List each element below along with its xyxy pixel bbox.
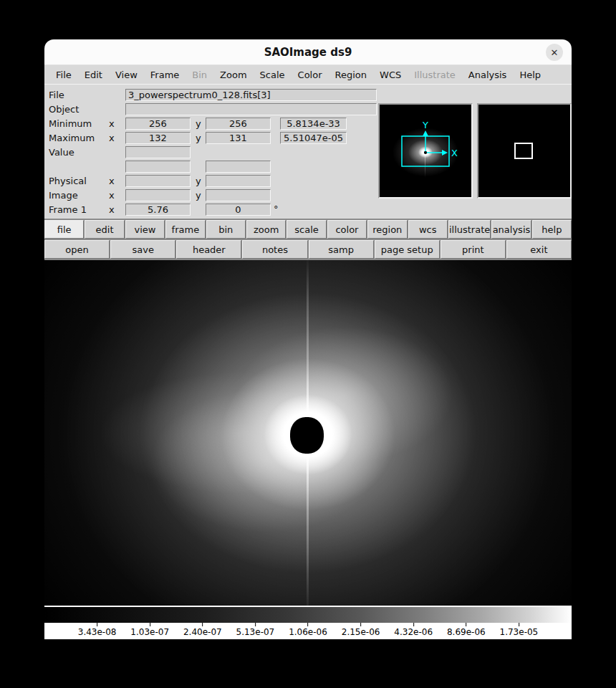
- tick-mark: [150, 623, 150, 626]
- frame-label: Frame 1: [49, 204, 87, 215]
- image-canvas[interactable]: [44, 260, 572, 606]
- tick-mark: [413, 623, 414, 626]
- power-spectrum-center-mask: [290, 417, 324, 454]
- file-button[interactable]: file: [44, 220, 84, 239]
- menu-view[interactable]: View: [109, 70, 144, 80]
- bin-button[interactable]: bin: [206, 220, 246, 239]
- physical-y-label: y: [196, 176, 201, 186]
- menu-edit[interactable]: Edit: [78, 70, 109, 80]
- title-bar: SAOImage ds9 ✕: [44, 39, 572, 65]
- page-setup-button[interactable]: page setup: [375, 240, 440, 259]
- analysis-button[interactable]: analysis: [491, 220, 531, 239]
- tick-label: 2.15e-06: [342, 627, 380, 637]
- button-bar: file edit view frame bin zoom scale colo…: [44, 219, 572, 260]
- physical-y-field[interactable]: [206, 175, 271, 187]
- minimum-label: Minimum: [49, 118, 92, 129]
- object-label: Object: [49, 104, 79, 115]
- minimum-value-field[interactable]: 5.8134e-33: [280, 118, 347, 130]
- tick-mark: [519, 623, 519, 626]
- frame-button[interactable]: frame: [165, 220, 205, 239]
- wcs-button[interactable]: wcs: [408, 220, 448, 239]
- info-panel: File 3_powerspectrum0_128.fits[3] Object…: [44, 85, 572, 219]
- tick-label: 3.43e-08: [78, 627, 117, 637]
- tick-mark: [97, 623, 97, 626]
- physical-x-label: x: [109, 176, 115, 186]
- wcs-x-field[interactable]: [125, 161, 191, 173]
- help-button[interactable]: help: [532, 220, 572, 239]
- wcs-y-field[interactable]: [206, 161, 271, 173]
- panner-compass: Y X: [380, 105, 471, 197]
- colorbar-tick: 8.69e-06: [447, 623, 486, 637]
- maximum-x-label: x: [109, 133, 115, 143]
- open-button[interactable]: open: [44, 240, 110, 259]
- scale-button[interactable]: scale: [287, 220, 326, 239]
- tick-label: 5.13e-07: [236, 627, 275, 637]
- tick-label: 8.69e-06: [447, 627, 486, 637]
- menu-zoom[interactable]: Zoom: [213, 70, 253, 80]
- image-y-field[interactable]: [206, 189, 271, 201]
- image-x-field[interactable]: [125, 189, 191, 201]
- tick-label: 1.03e-07: [130, 627, 169, 637]
- view-button[interactable]: view: [125, 220, 165, 239]
- magnifier-cursor-box: [514, 143, 533, 159]
- tick-mark: [202, 623, 203, 626]
- edit-button[interactable]: edit: [85, 220, 124, 239]
- menu-analysis[interactable]: Analysis: [462, 70, 514, 80]
- region-button[interactable]: region: [367, 220, 407, 239]
- maximum-value-field[interactable]: 5.51047e-05: [280, 132, 347, 144]
- window-title: SAOImage ds9: [264, 46, 352, 59]
- colorbar-tick: 3.43e-08: [78, 623, 117, 637]
- frame-rotation-field[interactable]: 0: [206, 204, 271, 216]
- close-icon[interactable]: ✕: [546, 44, 563, 61]
- menu-frame[interactable]: Frame: [144, 70, 186, 80]
- tick-mark: [466, 623, 466, 626]
- tick-mark: [360, 623, 361, 626]
- tick-mark: [255, 623, 256, 626]
- frame-zoom-field[interactable]: 5.76: [125, 204, 191, 216]
- minimum-x-field[interactable]: 256: [125, 118, 191, 130]
- colorbar-gradient[interactable]: [44, 607, 572, 623]
- colorbar-tick: 5.13e-07: [236, 623, 275, 637]
- file-value-field[interactable]: 3_powerspectrum0_128.fits[3]: [125, 89, 377, 101]
- minimum-x-label: x: [109, 118, 115, 129]
- notes-button[interactable]: notes: [242, 240, 307, 259]
- degree-symbol: °: [274, 204, 279, 214]
- menu-scale[interactable]: Scale: [254, 70, 292, 80]
- menu-file[interactable]: File: [49, 70, 78, 80]
- menu-wcs[interactable]: WCS: [373, 70, 408, 80]
- menu-region[interactable]: Region: [329, 70, 374, 80]
- panner[interactable]: Y X: [378, 103, 473, 199]
- object-value-field[interactable]: [125, 103, 377, 115]
- save-button[interactable]: save: [110, 240, 175, 259]
- color-button[interactable]: color: [327, 220, 367, 239]
- header-button[interactable]: header: [176, 240, 241, 259]
- physical-x-field[interactable]: [125, 175, 191, 187]
- minimum-y-field[interactable]: 256: [206, 118, 271, 130]
- physical-label: Physical: [49, 176, 87, 186]
- menu-bar: File Edit View Frame Bin Zoom Scale Colo…: [44, 65, 572, 85]
- menu-illustrate: Illustrate: [408, 70, 462, 80]
- colorbar-tick: 2.40e-07: [183, 623, 222, 637]
- compass-y-label: Y: [422, 120, 428, 130]
- button-row-categories: file edit view frame bin zoom scale colo…: [44, 220, 572, 239]
- tick-mark: [307, 623, 308, 626]
- frame-x-label: x: [109, 204, 115, 215]
- image-label: Image: [49, 190, 78, 201]
- menu-color[interactable]: Color: [292, 70, 329, 80]
- maximum-x-field[interactable]: 132: [125, 132, 191, 144]
- illustrate-button[interactable]: illustrate: [448, 220, 491, 239]
- compass-x-arrow-icon: [442, 150, 448, 156]
- maximum-y-field[interactable]: 131: [206, 132, 271, 144]
- colorbar-tick: 1.03e-07: [130, 623, 169, 637]
- image-x-label: x: [109, 190, 115, 201]
- menu-help[interactable]: Help: [513, 70, 547, 80]
- magnifier: [477, 103, 572, 199]
- tick-label: 4.32e-06: [394, 627, 433, 637]
- image-y-label: y: [196, 190, 201, 201]
- exit-button[interactable]: exit: [506, 240, 572, 259]
- zoom-button[interactable]: zoom: [246, 220, 286, 239]
- print-button[interactable]: print: [441, 240, 506, 259]
- samp-button[interactable]: samp: [309, 240, 374, 259]
- value-field[interactable]: [125, 146, 191, 158]
- menu-bin: Bin: [186, 70, 213, 80]
